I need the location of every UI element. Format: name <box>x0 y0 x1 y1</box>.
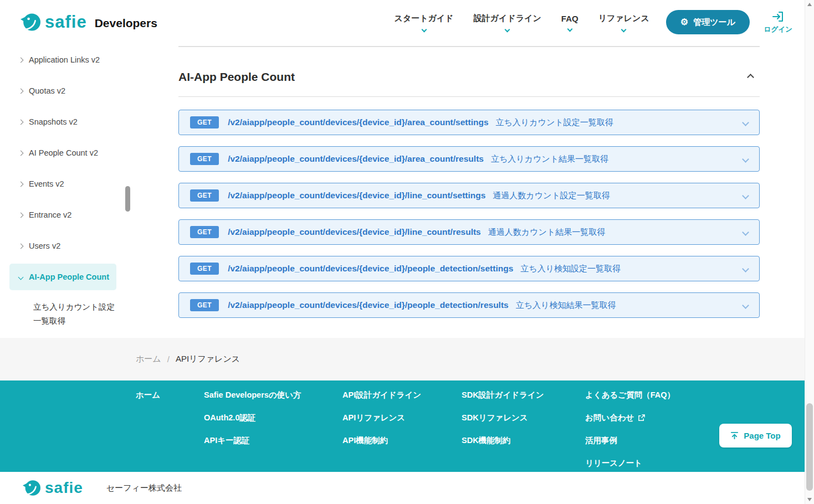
sidebar-item-ai-people-count[interactable]: AI People Count v2 <box>0 137 133 168</box>
footer: ホーム Safie Developersの使い方 OAuth2.0認証 APIキ… <box>0 380 805 472</box>
endpoint-row-line-count-results[interactable]: GET /v2/aiapp/people_count/devices/{devi… <box>178 219 760 245</box>
sidebar-item-ai-app-people-count[interactable]: AI-App People Count <box>9 264 116 290</box>
gear-icon: ⚙ <box>680 18 688 27</box>
endpoint-path: /v2/aiapp/people_count/devices/{device_i… <box>228 264 513 274</box>
footer-link-faq[interactable]: よくあるご質問（FAQ） <box>585 390 675 400</box>
endpoint-summary: 通過人数カウント設定一覧取得 <box>493 191 610 201</box>
footer-link-api-limits[interactable]: API機能制約 <box>342 436 421 445</box>
sidebar-item-label: Application Links v2 <box>29 55 100 64</box>
endpoint-row-line-count-settings[interactable]: GET /v2/aiapp/people_count/devices/{devi… <box>178 183 760 208</box>
login-button[interactable]: ログイン <box>764 10 792 34</box>
endpoint-summary: 立ち入り検知設定一覧取得 <box>520 264 621 274</box>
endpoint-row-people-detection-results[interactable]: GET /v2/aiapp/people_count/devices/{devi… <box>178 292 760 318</box>
footer-link-api-reference[interactable]: APIリファレンス <box>342 413 421 423</box>
nav-start-guide[interactable]: スタートガイド <box>395 13 454 32</box>
chevron-down-icon <box>742 302 749 309</box>
chevron-down-icon <box>621 27 627 32</box>
sidebar-item-users[interactable]: Users v2 <box>0 230 133 261</box>
section-title-divider <box>178 96 760 97</box>
footer-column-getting-started: Safie Developersの使い方 OAuth2.0認証 APIキー認証 <box>204 390 301 445</box>
admin-tool-button[interactable]: ⚙ 管理ツール <box>666 10 750 34</box>
page-scrollbar[interactable] <box>805 0 814 504</box>
endpoint-summary: 通過人数カウント結果一覧取得 <box>488 227 605 238</box>
safie-logo-icon <box>20 12 41 32</box>
endpoint-summary: 立ち入り検知結果一覧取得 <box>516 300 616 311</box>
footer-link-sdk-limits[interactable]: SDK機能制約 <box>462 436 544 445</box>
login-label: ログイン <box>764 25 792 34</box>
nav-reference[interactable]: リファレンス <box>598 13 649 32</box>
endpoint-path: /v2/aiapp/people_count/devices/{device_i… <box>228 154 484 164</box>
page-scrollbar-thumb[interactable] <box>806 403 813 491</box>
footer-link-label: APIリファレンス <box>342 413 405 423</box>
footer-link-case-studies[interactable]: 活用事例 <box>585 436 675 445</box>
sidebar-item-snapshots[interactable]: Snapshots v2 <box>0 106 133 137</box>
sidebar-item-label: Users v2 <box>29 241 60 250</box>
method-badge: GET <box>190 189 219 202</box>
footer-link-sdk-design[interactable]: SDK設計ガイドライン <box>462 390 544 400</box>
footer-link-usage[interactable]: Safie Developersの使い方 <box>204 390 301 400</box>
endpoint-summary: 立ち入りカウント結果一覧取得 <box>491 154 608 164</box>
chevron-down-icon <box>742 119 749 126</box>
section-divider <box>178 46 760 47</box>
chevron-down-icon <box>567 26 572 32</box>
sidebar-item-application-links[interactable]: Application Links v2 <box>0 44 133 75</box>
sidebar-subitem-area-count-settings[interactable]: 立ち入りカウント設定一覧取得 <box>0 292 119 328</box>
footer-link-release-notes[interactable]: リリースノート <box>585 459 675 468</box>
footer-link-label: SDK機能制約 <box>462 436 511 445</box>
page-top-button[interactable]: Page Top <box>719 424 792 448</box>
breadcrumb-current: APIリファレンス <box>176 354 240 364</box>
admin-tool-label: 管理ツール <box>693 17 735 28</box>
scroll-up-arrow-icon[interactable] <box>807 3 812 6</box>
sidebar-item-quotas[interactable]: Quotas v2 <box>0 75 133 106</box>
chevron-right-icon <box>18 88 24 94</box>
chevron-right-icon <box>18 212 24 218</box>
breadcrumb-separator: / <box>167 354 170 364</box>
endpoint-path: /v2/aiapp/people_count/devices/{device_i… <box>228 117 488 127</box>
sidebar-item-events[interactable]: Events v2 <box>0 168 133 199</box>
footer-link-label: お問い合わせ <box>585 413 634 423</box>
footer-link-oauth[interactable]: OAuth2.0認証 <box>204 413 301 423</box>
footer-link-apikey[interactable]: APIキー認証 <box>204 436 301 445</box>
chevron-down-icon <box>505 27 510 32</box>
chevron-up-icon[interactable] <box>747 74 754 81</box>
chevron-right-icon <box>18 181 24 187</box>
page: safie Developers スタートガイド 設計ガイドライン FAQ リフ… <box>0 0 814 504</box>
method-badge: GET <box>190 299 219 311</box>
footer-link-home[interactable]: ホーム <box>136 390 160 400</box>
footer-link-api-design[interactable]: API設計ガイドライン <box>342 390 421 400</box>
nav-design-guideline[interactable]: 設計ガイドライン <box>474 13 541 32</box>
safie-logo-icon <box>22 479 41 497</box>
breadcrumb-bar: ホーム / APIリファレンス <box>0 338 805 380</box>
footer-link-label: API設計ガイドライン <box>342 390 421 400</box>
footer-link-label: リリースノート <box>585 459 642 468</box>
brand-suffix: Developers <box>95 17 157 30</box>
endpoint-row-area-count-settings[interactable]: GET /v2/aiapp/people_count/devices/{devi… <box>178 110 760 135</box>
footer-column-sdk: SDK設計ガイドライン SDKリファレンス SDK機能制約 <box>462 390 544 445</box>
chevron-right-icon <box>18 243 24 249</box>
nav-faq-label: FAQ <box>561 14 578 23</box>
breadcrumb-home-link[interactable]: ホーム <box>136 354 161 364</box>
brand-name: safie <box>45 12 87 32</box>
nav-faq[interactable]: FAQ <box>561 14 578 31</box>
sidebar-item-label: Entrance v2 <box>29 210 71 219</box>
main-content: AI-App People Count GET /v2/aiapp/people… <box>178 44 760 329</box>
scroll-down-arrow-icon[interactable] <box>807 498 812 501</box>
sidebar-item-label: AI-App People Count <box>29 272 109 281</box>
brand-logo[interactable]: safie Developers <box>20 12 157 32</box>
chevron-right-icon <box>18 119 24 125</box>
footer-link-sdk-reference[interactable]: SDKリファレンス <box>462 413 544 423</box>
sidebar-item-entrance[interactable]: Entrance v2 <box>0 199 133 230</box>
footer-link-contact[interactable]: お問い合わせ <box>585 413 675 423</box>
chevron-right-icon <box>18 57 24 63</box>
sidebar-scrollbar-thumb[interactable] <box>125 186 130 212</box>
endpoint-row-people-detection-settings[interactable]: GET /v2/aiapp/people_count/devices/{devi… <box>178 256 760 281</box>
endpoint-path: /v2/aiapp/people_count/devices/{device_i… <box>228 191 485 200</box>
chevron-down-icon <box>18 274 24 280</box>
nav-reference-label: リファレンス <box>598 13 649 24</box>
sidebar-item-label: Quotas v2 <box>29 86 65 95</box>
section-title: AI-App People Count <box>178 70 295 84</box>
footer-column-support: よくあるご質問（FAQ） お問い合わせ 活用事例 リリースノート <box>585 390 675 468</box>
endpoint-row-area-count-results[interactable]: GET /v2/aiapp/people_count/devices/{devi… <box>178 146 760 172</box>
footer-link-label: 活用事例 <box>585 436 617 445</box>
footer-brand-logo[interactable]: safie <box>22 479 83 497</box>
